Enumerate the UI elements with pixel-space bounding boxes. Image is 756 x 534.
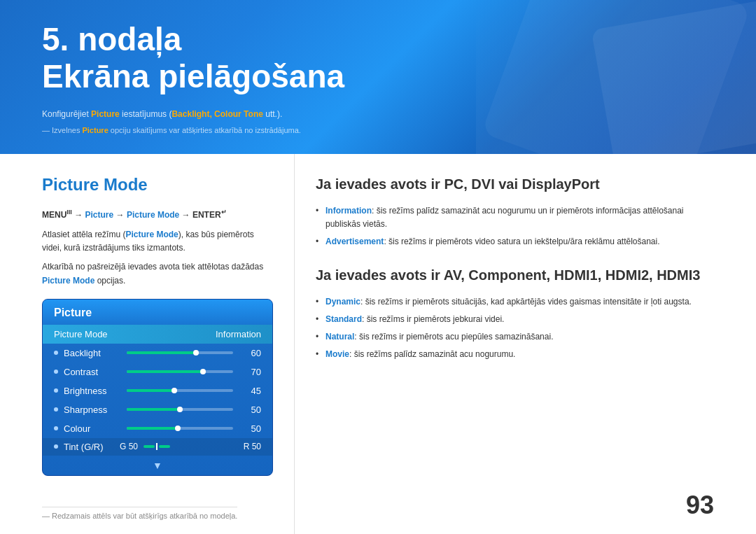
header-note: — Izvelnes Picture opciju skaitījums var…: [42, 126, 301, 134]
right-column: Ja ievades avots ir PC, DVI vai DisplayP…: [294, 154, 756, 534]
list-item: Natural: šis režīms ir piemērots acu pie…: [316, 330, 714, 344]
dot-icon: [54, 388, 58, 393]
header-content: 5. nodaļa Ekrāna pielāgošana: [42, 21, 344, 95]
main-content: Picture Mode MENUIII → Picture → Picture…: [0, 154, 756, 534]
dot-icon: [54, 351, 58, 355]
footer-divider: [42, 507, 237, 507]
menu-path: MENUIII → Picture → Picture Mode → ENTER…: [42, 209, 273, 220]
tv-menu-picture-mode: Picture Mode Information: [43, 325, 272, 344]
footer-note: — Redzamais attēls var būt atšķirīgs atk…: [42, 512, 237, 520]
dot-icon: [54, 370, 58, 374]
page-number: 93: [686, 491, 714, 520]
tv-menu-tint: Tint (G/R) G 50 R 50: [43, 438, 272, 456]
tv-menu-sharpness: Sharpness 50: [43, 400, 272, 419]
list-item: Dynamic: šis režīms ir piemērots situāci…: [316, 295, 714, 309]
tv-menu-colour: Colour 50: [43, 419, 272, 438]
section1-bullet-list: Information: šis režīms palīdz samazināt…: [316, 204, 714, 249]
dot-icon: [54, 407, 58, 412]
chapter-title: 5. nodaļa Ekrāna pielāgošana: [42, 21, 344, 95]
tv-menu-brightness: Brightness 45: [43, 381, 272, 400]
list-item: Information: šis režīms palīdz samazināt…: [316, 204, 714, 231]
footer: — Redzamais attēls var būt atšķirīgs atk…: [42, 491, 714, 520]
section1-title: Ja ievades avots ir PC, DVI vai DisplayP…: [316, 175, 714, 193]
list-item: Standard: šis režīms ir piemērots jebkur…: [316, 313, 714, 326]
dot-icon: [54, 426, 58, 430]
tv-screen-ui: Picture Picture Mode Information Backlig…: [42, 299, 273, 476]
section2-bullet-list: Dynamic: šis režīms ir piemērots situāci…: [316, 295, 714, 362]
dot-icon: [54, 444, 58, 449]
tv-scroll-arrow: ▼: [43, 456, 272, 475]
header-subtitle: Konfigurējiet Picture iestatījumus (Back…: [42, 109, 282, 119]
footer-note-container: — Redzamais attēls var būt atšķirīgs atk…: [42, 500, 237, 520]
left-column: Picture Mode MENUIII → Picture → Picture…: [0, 154, 294, 534]
list-item: Movie: šis režīms palīdz samazināt acu n…: [316, 348, 714, 361]
description-2: Atkarībā no pašreizējā ievades avota tie…: [42, 260, 273, 287]
tv-menu-backlight: Backlight 60: [43, 344, 272, 363]
section2-title: Ja ievades avots ir AV, Component, HDMI1…: [316, 266, 714, 284]
tv-menu-contrast: Contrast 70: [43, 363, 272, 381]
picture-mode-title: Picture Mode: [42, 175, 273, 195]
header-decorative: [476, 0, 756, 154]
header-section: 5. nodaļa Ekrāna pielāgošana Konfigurēji…: [0, 0, 756, 154]
list-item: Advertisement: šis režīms ir piemērots v…: [316, 235, 714, 248]
tv-screen-header: Picture: [43, 300, 272, 325]
description-1: Atlasiet attēla režīmu (Picture Mode), k…: [42, 228, 273, 255]
